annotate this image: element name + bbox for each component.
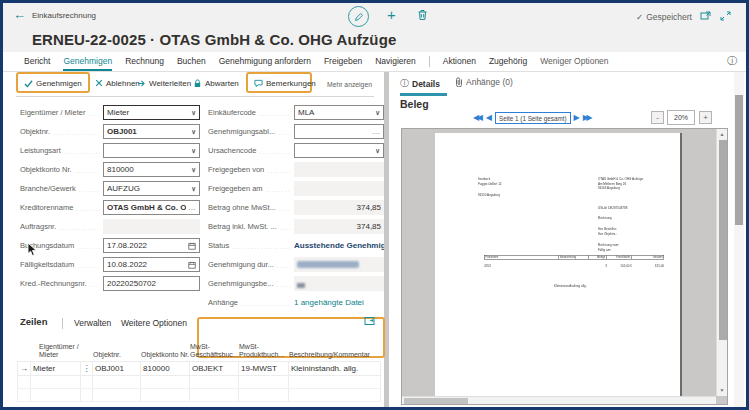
ribbon-item-bericht[interactable]: Bericht bbox=[24, 52, 50, 71]
cell-owner[interactable]: Mieter bbox=[31, 362, 81, 375]
col-header-objektnr[interactable]: Objektnr. bbox=[93, 351, 141, 359]
last-page-icon[interactable]: ▶▶ bbox=[583, 114, 593, 122]
branche-gewerk-select[interactable]: AUFZUG∨ bbox=[103, 181, 200, 196]
ursachencode-select[interactable]: ∨ bbox=[294, 143, 384, 158]
calendar-icon[interactable] bbox=[188, 242, 196, 250]
lines-more-options-menu[interactable]: Weitere Optionen bbox=[121, 318, 187, 328]
chevron-down-icon: ∨ bbox=[191, 128, 196, 136]
info-circle-icon[interactable]: ⓘ bbox=[727, 56, 737, 66]
page-indicator[interactable]: Seite 1 (1 Seite gesamt) bbox=[495, 112, 571, 124]
dot-leader bbox=[278, 130, 291, 136]
zoom-level-value[interactable]: 20% bbox=[667, 110, 695, 125]
eigentuemer-mieter-select[interactable]: Mieter∨ bbox=[103, 105, 200, 120]
ribbon-item-rechnung[interactable]: Rechnung bbox=[125, 52, 164, 71]
ribbon-item-weniger-optionen[interactable]: Weniger Optionen bbox=[540, 52, 608, 71]
dot-leader bbox=[79, 187, 100, 193]
ribbon-item-genehmigen[interactable]: Genehmigen bbox=[63, 52, 112, 71]
row-menu-dots-icon[interactable]: ⋮ bbox=[81, 362, 93, 375]
field-genehmigungsablauf: Genehmigungsabl... … bbox=[208, 122, 384, 141]
zoom-in-button[interactable]: + bbox=[699, 111, 712, 124]
previous-page-icon[interactable]: ◀ bbox=[486, 114, 492, 122]
table-row-empty[interactable] bbox=[17, 376, 381, 389]
lock-icon bbox=[193, 79, 202, 88]
delete-trash-icon[interactable] bbox=[417, 9, 428, 21]
col-header-mwst-produktbuchung[interactable]: MwSt-Produktbuch... bbox=[239, 343, 289, 359]
wait-button[interactable]: Abwarten bbox=[193, 76, 239, 90]
divider bbox=[62, 318, 63, 329]
next-page-icon[interactable]: ▶ bbox=[574, 114, 580, 122]
collapse-window-icon[interactable] bbox=[720, 11, 731, 21]
edit-pencil-icon[interactable] bbox=[348, 6, 369, 27]
invoice-form-pane: Genehmigen Ablehnen Weiterleiten Abwarte… bbox=[3, 72, 384, 407]
faelligkeitsdatum-input[interactable]: 10.08.2022 bbox=[103, 257, 200, 272]
leistungsart-select[interactable]: ∨ bbox=[103, 143, 200, 158]
zoom-out-button[interactable]: - bbox=[651, 111, 664, 124]
more-actions-link[interactable]: Mehr anzeigen bbox=[327, 81, 372, 88]
field-auftragsnr: Auftragsnr. bbox=[20, 217, 200, 236]
objektkonto-select[interactable]: 810000∨ bbox=[103, 162, 200, 177]
first-page-icon[interactable]: ◀◀ bbox=[473, 114, 483, 122]
ribbon-item-buchen[interactable]: Buchen bbox=[177, 52, 206, 71]
objektnr-select[interactable]: OBJ001∨ bbox=[103, 124, 200, 139]
new-plus-icon[interactable]: + bbox=[387, 7, 396, 22]
document-section-title: Beleg bbox=[400, 98, 429, 110]
redacted-blur bbox=[297, 283, 305, 288]
table-row-empty[interactable] bbox=[17, 389, 381, 402]
chevron-down-icon: ∨ bbox=[375, 147, 380, 155]
scroll-down-icon[interactable]: ▼ bbox=[717, 388, 727, 393]
scrollbar-thumb[interactable] bbox=[735, 95, 743, 225]
freigegeben-von-input bbox=[294, 162, 384, 177]
cell-mwst-geschaeftsbuchung[interactable]: OBJEKT bbox=[190, 362, 239, 375]
genehmigungsablauf-input[interactable]: … bbox=[294, 124, 384, 139]
doc-order-label: Ihre Bestellnr.: bbox=[598, 227, 617, 232]
ribbon-item-zugehoerig[interactable]: Zugehörig bbox=[489, 52, 527, 71]
pane-divider[interactable] bbox=[384, 72, 389, 407]
ribbon-item-navigieren[interactable]: Navigieren bbox=[375, 52, 416, 71]
doc-object-row: Ihre Objektnr.:OBJ001 bbox=[598, 232, 682, 235]
comments-button[interactable]: Bemerkungen bbox=[254, 76, 316, 90]
doc-vat-line: USt-Id: DE287548788 bbox=[598, 206, 627, 211]
cell-objektkonto[interactable]: 810000 bbox=[141, 362, 190, 375]
field-kred-rechnungsnr: Kred.-Rechnungsnr. 20220250702 bbox=[20, 274, 200, 293]
ribbon-item-aktionen[interactable]: Aktionen bbox=[443, 52, 476, 71]
cell-beschreibung[interactable]: Kleininstandh. allg. bbox=[289, 362, 381, 375]
saved-status: ✓ Gespeichert bbox=[636, 12, 692, 22]
dot-leader bbox=[267, 168, 291, 174]
reject-button[interactable]: Ablehnen bbox=[95, 76, 140, 90]
lines-manage-menu[interactable]: Verwalten bbox=[74, 318, 111, 328]
calendar-icon[interactable] bbox=[188, 261, 196, 269]
lines-table-header: Eigentümer / Mieter Objektnr. Objektkont… bbox=[17, 334, 381, 361]
kreditorenname-input[interactable]: OTAS GmbH & Co. OH(… bbox=[103, 200, 200, 215]
cell-mwst-produktbuchung[interactable]: 19-MWST bbox=[239, 362, 289, 375]
buchungsdatum-input[interactable]: 17.08.2022 bbox=[103, 238, 200, 253]
scroll-up-icon[interactable]: ▲ bbox=[717, 132, 727, 137]
open-in-window-icon[interactable] bbox=[700, 11, 711, 21]
scrollbar-thumb[interactable] bbox=[404, 398, 468, 404]
ribbon-item-freigeben[interactable]: Freigeben bbox=[324, 52, 362, 71]
scrollbar-thumb[interactable] bbox=[719, 140, 727, 340]
ribbon-item-genehmigung-anfordern[interactable]: Genehmigung anfordern bbox=[219, 52, 311, 71]
cell-objektnr[interactable]: OBJ001 bbox=[93, 362, 141, 375]
doc-table: Positionen Bezeichnung Menge Preis/MwSt … bbox=[484, 255, 664, 267]
anhaenge-link[interactable]: 1 angehängte Datei bbox=[294, 295, 384, 310]
col-header-eigentuemer-mieter[interactable]: Eigentümer / Mieter bbox=[17, 343, 93, 359]
tab-attachments[interactable]: Anhänge (0) bbox=[455, 77, 513, 87]
dot-leader bbox=[266, 187, 291, 193]
focus-mode-icon[interactable] bbox=[364, 316, 375, 326]
approve-button[interactable]: Genehmigen bbox=[24, 76, 82, 90]
page-scrollbar[interactable] bbox=[734, 72, 744, 407]
tab-details[interactable]: ⓘ Details bbox=[400, 77, 440, 90]
dot-leader bbox=[259, 149, 291, 155]
col-header-beschreibung[interactable]: Beschreibung/Kommentar bbox=[289, 351, 381, 359]
dot-leader bbox=[77, 263, 100, 269]
viewer-vertical-scrollbar[interactable]: ▲ ▼ bbox=[716, 129, 727, 396]
kred-rechnungsnr-input[interactable]: 20220250702 bbox=[103, 276, 200, 291]
delegate-button[interactable]: Weiterleiten bbox=[137, 76, 191, 90]
col-header-objektkonto[interactable]: Objektkonto Nr. bbox=[141, 351, 190, 359]
dot-leader bbox=[75, 168, 100, 174]
back-arrow-icon[interactable]: ← bbox=[13, 8, 26, 21]
dot-leader bbox=[59, 225, 100, 231]
einkaeufercode-select[interactable]: MLA∨ bbox=[294, 105, 384, 120]
col-header-mwst-geschaeftsbuchung[interactable]: MwSt-Geschäftsbuc... bbox=[190, 343, 239, 359]
viewer-horizontal-scrollbar[interactable] bbox=[402, 396, 716, 404]
